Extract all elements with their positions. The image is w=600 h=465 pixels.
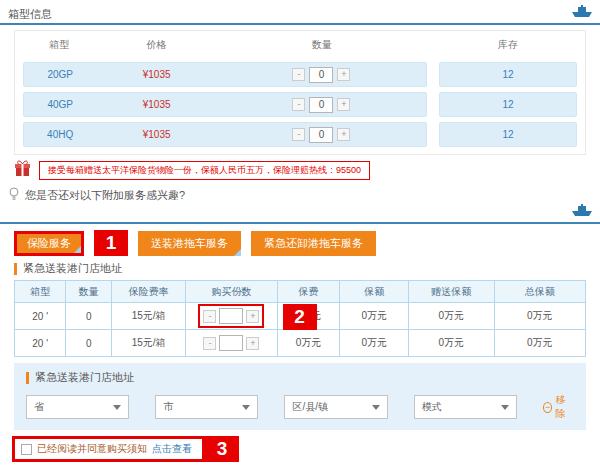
total-coverage: 0万元 — [494, 303, 585, 330]
insurance-section-title: 紧急送装港门店地址 — [23, 261, 122, 276]
minus-button[interactable]: - — [292, 98, 305, 111]
rate: 15元/箱 — [112, 303, 186, 330]
tab-discharge-port-trucking[interactable]: 紧急还卸港拖车服务 — [251, 231, 376, 256]
insurance-row: 20 ' 0 15元/箱 - + 2 0万元 0万元 0万元 0万元 — [15, 303, 586, 330]
col-fee: 保费 — [277, 281, 340, 303]
select-value: 模式 — [422, 400, 442, 414]
address-panel: 紧急送装港门店地址 省 市 区/县/镇 模式 − 移除 — [14, 363, 586, 430]
quantity-input[interactable]: 0 — [309, 97, 333, 113]
orange-bar-icon — [14, 263, 17, 275]
col-rate: 保险费率 — [112, 281, 186, 303]
selected-corner-icon — [234, 249, 241, 256]
stock-value: 12 — [439, 92, 577, 117]
header-main: 箱型 价格 数量 — [23, 38, 427, 52]
address-section-header: 紧急送装港门店地址 — [26, 370, 574, 385]
address-selects: 省 市 区/县/镇 模式 − 移除 — [26, 393, 574, 421]
remove-address-button[interactable]: − 移除 — [543, 393, 572, 421]
col-type: 箱型 — [23, 38, 96, 52]
col-copies: 购买份数 — [186, 281, 277, 303]
box-count: 0 — [66, 303, 112, 330]
col-price: 价格 — [96, 38, 217, 52]
plus-button[interactable]: + — [246, 337, 259, 350]
section-addon-rule — [0, 203, 600, 224]
selected-corner-icon — [74, 246, 81, 253]
minus-button[interactable]: - — [292, 68, 305, 81]
table-row: 40HQ ¥1035 - 0 + 12 — [23, 122, 577, 147]
coverage: 0万元 — [340, 330, 409, 357]
copies-input[interactable] — [219, 308, 243, 324]
select-value: 市 — [163, 400, 173, 414]
lightbulb-icon — [8, 187, 20, 203]
container-table: 箱型 价格 数量 库存 20GP ¥1035 - 0 + 12 40GP ¥10… — [14, 30, 586, 155]
plus-button[interactable]: + — [337, 68, 350, 81]
col-qty: 数量 — [217, 38, 427, 52]
minus-button[interactable]: - — [292, 128, 305, 141]
district-select[interactable]: 区/县/镇 — [284, 395, 387, 419]
col-box-type: 箱型 — [15, 281, 66, 303]
province-select[interactable]: 省 — [26, 395, 129, 419]
chevron-down-icon — [242, 405, 250, 410]
quantity-stepper: - 0 + — [217, 127, 426, 143]
booking-page: 箱型信息 箱型 价格 数量 库存 20GP ¥1035 - 0 + — [0, 0, 600, 465]
table-row: 20GP ¥1035 - 0 + 12 — [23, 62, 577, 87]
annotation-box-2: - + — [198, 304, 264, 328]
annotation-box-3: 已经阅读并同意购买须知 点击查看 — [12, 436, 205, 462]
select-value: 省 — [34, 400, 44, 414]
plus-button[interactable]: + — [337, 128, 350, 141]
total-coverage: 0万元 — [494, 330, 585, 357]
copies-cell: - + — [186, 330, 277, 357]
plus-button[interactable]: + — [246, 310, 259, 323]
agreement-line: 已经阅读并同意购买须知 点击查看 3 — [12, 436, 600, 462]
mode-select[interactable]: 模式 — [414, 395, 517, 419]
fee: 0万元 — [277, 330, 340, 357]
insurance-promo-notice: 接受每箱赠送太平洋保险货物险一份，保额人民币五万，保险理赔热线：95500 — [14, 160, 586, 181]
copies-stepper: - + — [203, 335, 259, 351]
box-count: 0 — [66, 330, 112, 357]
row-main: 40HQ ¥1035 - 0 + — [23, 122, 427, 147]
insurance-section-header: 紧急送装港门店地址 — [14, 261, 586, 276]
promo-text: 接受每箱赠送太平洋保险货物险一份，保额人民币五万，保险理赔热线：95500 — [39, 161, 370, 180]
agreement-label: 已经阅读并同意购买须知 — [37, 442, 147, 456]
copies-input[interactable] — [219, 335, 243, 351]
circle-minus-icon: − — [543, 402, 552, 413]
section-container-info-header: 箱型信息 — [0, 0, 600, 25]
minus-button[interactable]: - — [203, 310, 216, 323]
container-type: 20GP — [24, 69, 96, 80]
minus-button[interactable]: - — [203, 337, 216, 350]
section-title: 箱型信息 — [8, 7, 52, 22]
stock-value: 12 — [439, 62, 577, 87]
coverage: 0万元 — [340, 303, 409, 330]
chevron-down-icon — [113, 405, 121, 410]
remove-label: 移除 — [555, 393, 572, 421]
col-coverage: 保额 — [340, 281, 409, 303]
tab-label: 保险服务 — [27, 237, 71, 249]
addon-question-row: 您是否还对以下附加服务感兴趣? — [8, 187, 592, 203]
tab-insurance-service[interactable]: 保险服务 — [14, 231, 84, 256]
service-tabs: 保险服务 1 送装港拖车服务 紧急还卸港拖车服务 — [14, 230, 586, 256]
ship-icon — [570, 203, 594, 221]
container-type: 40HQ — [24, 129, 96, 140]
col-total-coverage: 总保额 — [494, 281, 585, 303]
quantity-stepper: - 0 + — [217, 97, 426, 113]
ship-icon — [570, 4, 594, 22]
annotation-badge-3: 3 — [205, 436, 239, 462]
view-terms-link[interactable]: 点击查看 — [152, 442, 192, 456]
address-section-title: 紧急送装港门店地址 — [35, 370, 134, 385]
tab-label: 送装港拖车服务 — [151, 237, 228, 249]
insurance-table: 箱型 数量 保险费率 购买份数 保费 保额 赠送保额 总保额 20 ' 0 15… — [14, 280, 586, 357]
tab-label: 紧急还卸港拖车服务 — [264, 237, 363, 249]
chevron-down-icon — [501, 405, 509, 410]
chevron-down-icon — [372, 405, 380, 410]
plus-button[interactable]: + — [337, 98, 350, 111]
quantity-input[interactable]: 0 — [309, 127, 333, 143]
tab-loading-port-trucking[interactable]: 送装港拖车服务 — [138, 231, 241, 256]
quantity-input[interactable]: 0 — [309, 67, 333, 83]
container-type: 40GP — [24, 99, 96, 110]
insurance-header-row: 箱型 数量 保险费率 购买份数 保费 保额 赠送保额 总保额 — [15, 281, 586, 303]
col-count: 数量 — [66, 281, 112, 303]
insurance-row: 20 ' 0 15元/箱 - + 0万元 0万元 0万元 0万元 — [15, 330, 586, 357]
addon-question-text: 您是否还对以下附加服务感兴趣? — [25, 188, 185, 203]
copies-cell: - + 2 — [186, 303, 277, 330]
agreement-checkbox[interactable] — [21, 444, 32, 455]
city-select[interactable]: 市 — [155, 395, 258, 419]
